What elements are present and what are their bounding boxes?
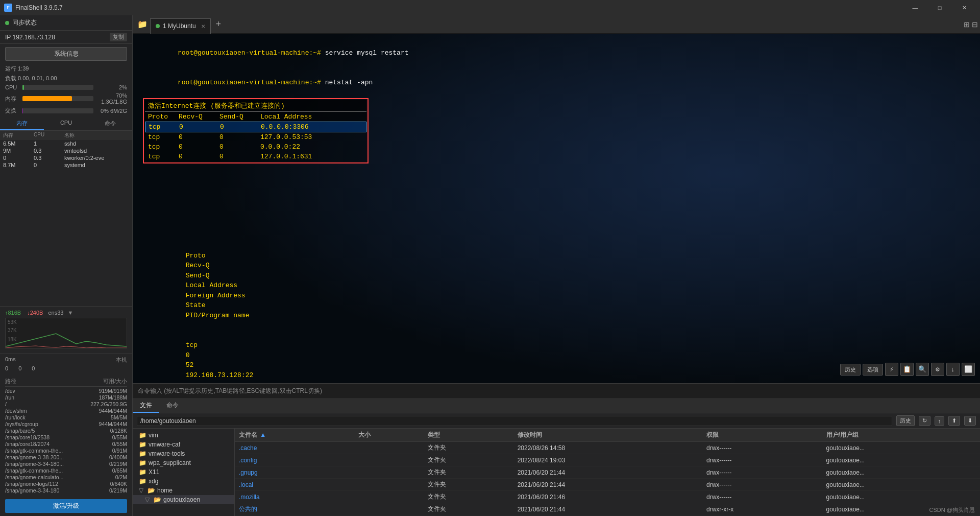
add-tab-button[interactable]: + [211, 17, 226, 32]
cpu-bar-bg [22, 85, 93, 90]
col-filename[interactable]: 文件名 ▲ [235, 429, 354, 442]
search-icon[interactable]: 🔍 [916, 363, 929, 376]
tab-status-dot [156, 24, 160, 28]
settings-icon[interactable]: ⚙ [931, 363, 944, 376]
fm-refresh-button[interactable]: ↻ [919, 416, 930, 426]
file-row[interactable]: .config文件夹2022/08/24 19:03drwx------gout… [235, 454, 980, 466]
sidebar-tab-cmd[interactable]: 命令 [88, 118, 132, 130]
sysinfo-button[interactable]: 系统信息 [5, 47, 127, 61]
file-row[interactable]: .cache文件夹2022/08/26 14:58drwx------gouto… [235, 442, 980, 454]
mem-bar-row: 内存 70% 1.3G/1.8G [0, 91, 132, 106]
fm-toolbar: 历史 ↻ ↑ ⬆ ⬇ [133, 413, 980, 429]
net-down: ↓240B [27, 310, 43, 316]
disk-col-path: 路径 [5, 378, 16, 385]
tab-close-button[interactable]: ✕ [201, 24, 205, 29]
sidebar-tab-mem[interactable]: 内存 [0, 118, 44, 130]
tree-item[interactable]: 📁wpa_supplicant [133, 458, 234, 467]
proc-row: 00.3kworker/0:2-eve [0, 154, 132, 161]
fm-download-button[interactable]: ⬇ [964, 416, 976, 426]
swap-bar-bg [22, 108, 93, 113]
bottom-panel: 文件 命令 历史 ↻ ↑ ⬆ ⬇ 📁vim 📁vmware-caf [133, 398, 980, 516]
traffic-graph: 53K 37K 18K [5, 318, 127, 348]
copy-ip-button[interactable]: 复制 [110, 33, 127, 41]
tree-item[interactable]: 📁X11 [133, 467, 234, 477]
minimize-button[interactable]: — [903, 0, 927, 15]
maximize-button[interactable]: □ [928, 0, 951, 15]
terminal-line: root@goutouxiaoen-virtual-machine:~# ser… [138, 38, 975, 68]
sidebar-tabs: 内存 CPU 命令 [0, 118, 132, 131]
mem-label: 内存 [5, 95, 19, 103]
tree-item[interactable]: 📁xdg [133, 477, 234, 486]
fm-history-button[interactable]: 历史 [896, 415, 915, 426]
history-button[interactable]: 历史 [840, 364, 861, 376]
sidebar-tab-cpu[interactable]: CPU [44, 118, 88, 130]
uptime-label: 运行 1:39 [0, 64, 132, 74]
fm-files: 文件名 ▲ 大小 类型 修改时间 权限 用户/用户组 .cache文件夹2022… [235, 429, 980, 516]
download-icon[interactable]: ↓ [946, 363, 960, 376]
tree-item[interactable]: 📁vmware-tools [133, 449, 234, 458]
ip-bar: IP 192.168.73.128 复制 [0, 31, 132, 44]
terminal[interactable]: root@goutouxiaoen-virtual-machine:~# ser… [133, 34, 980, 383]
disk-section: 路径 可用/大小 /dev919M/919M /run187M/188M /22… [0, 374, 132, 496]
close-button[interactable]: ✕ [952, 0, 976, 15]
lightning-icon[interactable]: ⚡ [885, 363, 898, 376]
copy-icon[interactable]: 📋 [900, 363, 914, 376]
swap-bar-row: 交换 0% 6M/2G [0, 106, 132, 115]
process-table: 内存 CPU 名称 6.5M1sshd 9M0.3vmtoolsd 00.3kw… [0, 131, 132, 306]
mem-bar-fill [22, 96, 72, 101]
terminal-content: root@goutouxiaoen-virtual-machine:~# ser… [138, 38, 975, 379]
file-row[interactable]: .mozilla文件夹2021/06/20 21:46drwx------gou… [235, 491, 980, 503]
ip-label: IP 192.168.73.128 [5, 34, 55, 41]
fm-tree: 📁vim 📁vmware-caf 📁vmware-tools 📁wpa_supp… [133, 429, 235, 516]
swap-label: 交换 [5, 107, 19, 114]
load-label: 负载 0.00, 0.01, 0.00 [0, 74, 132, 83]
proc-row: 8.7M0systemd [0, 161, 132, 169]
fm-up-button[interactable]: ↑ [935, 416, 945, 426]
bottom-tab-files[interactable]: 文件 [133, 399, 159, 413]
fullscreen-icon[interactable]: ⬜ [962, 363, 975, 376]
terminal-toolbar: 历史 选项 ⚡ 📋 🔍 ⚙ ↓ ⬜ [840, 363, 975, 376]
col-owner[interactable]: 用户/用户组 [822, 429, 980, 442]
col-modified[interactable]: 修改时间 [513, 429, 702, 442]
tree-item[interactable]: 📁vmware-caf [133, 440, 234, 449]
latency-section: 0ms 本机 0 0 0 [0, 354, 132, 374]
proc-row: 9M0.3vmtoolsd [0, 147, 132, 154]
netstat-overlay: 激活Internet连接 (服务器和已建立连接的) Proto Recv-Q S… [143, 98, 369, 163]
terminal-tab[interactable]: 1 MyUbuntu ✕ [150, 18, 211, 34]
app-title: FinalShell 3.9.5.7 [15, 4, 63, 11]
tree-item-home[interactable]: ▽📂home [133, 486, 234, 495]
tab-bar: 📁 1 MyUbuntu ✕ + ⊞ ⊟ [133, 15, 980, 34]
cpu-bar-fill [22, 85, 24, 90]
bottom-tab-cmd[interactable]: 命令 [159, 399, 186, 413]
col-size[interactable]: 大小 [354, 429, 423, 442]
csdn-watermark: CSDN @狗头肖恩 [929, 506, 975, 514]
netstat-full-output: Proto Recv-Q Send-Q Local Address Foreig… [138, 241, 975, 379]
net-up: ↑816B [5, 310, 21, 316]
disk-col-val: 可用/大小 [103, 378, 127, 385]
file-row[interactable]: 公共的文件夹2021/06/20 21:44drwxr-xr-xgoutouxi… [235, 503, 980, 515]
fm-upload-button[interactable]: ⬆ [948, 416, 960, 426]
tree-item-goutouxiaoen[interactable]: ▽📂goutouxiaoen [133, 495, 234, 504]
mem-val: 70% 1.3G/1.8G [96, 92, 127, 105]
folder-icon-button[interactable]: 📁 [135, 17, 150, 32]
tree-item[interactable]: 📁vim [133, 431, 234, 440]
app-icon: F [4, 4, 12, 12]
command-input-bar: 命令输入 (按ALT键提示历史,TAB键路径,ESC键返回,双击CTRL切换) [133, 383, 980, 398]
bottom-tabs: 文件 命令 [133, 399, 980, 413]
cmd-input-hint: 命令输入 (按ALT键提示历史,TAB键路径,ESC键返回,双击CTRL切换) [138, 387, 322, 395]
file-manager: 历史 ↻ ↑ ⬆ ⬇ 📁vim 📁vmware-caf 📁vmware-tool… [133, 413, 980, 516]
net-interface: ens33 [48, 310, 63, 316]
tab-label: 1 MyUbuntu [163, 22, 196, 30]
file-row[interactable]: .local文件夹2021/06/20 21:44drwx------gouto… [235, 479, 980, 491]
col-type[interactable]: 类型 [424, 429, 513, 442]
activate-button[interactable]: 激活/升级 [5, 499, 127, 513]
col-perms[interactable]: 权限 [702, 429, 822, 442]
options-button[interactable]: 选项 [863, 364, 883, 376]
file-row[interactable]: .gnupg文件夹2021/06/20 21:44drwx------gouto… [235, 466, 980, 479]
fm-path-input[interactable] [137, 416, 892, 426]
proc-col-mem: 内存 [3, 132, 34, 139]
sync-status: 同步状态 [0, 15, 132, 31]
network-section: ↑816B ↓240B ens33 ▼ 53K 37K 18K [0, 306, 132, 354]
grid-view-icon[interactable]: ⊞ ⊟ [964, 20, 978, 29]
proc-row: 6.5M1sshd [0, 140, 132, 147]
